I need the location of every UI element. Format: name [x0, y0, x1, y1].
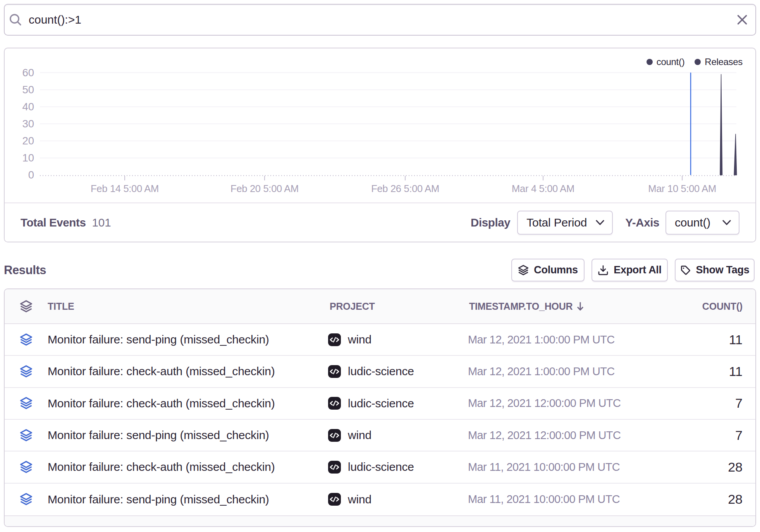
row-title[interactable]: Monitor failure: send-ping (missed_check… [48, 493, 328, 506]
code-icon [328, 397, 341, 410]
row-project: ludic-science [328, 460, 468, 474]
export-all-button[interactable]: Export All [591, 259, 668, 281]
stack-icon [20, 333, 33, 346]
table-header-row: TITLE PROJECT TIMESTAMP.TO_HOUR COUNT() [5, 289, 755, 324]
row-title[interactable]: Monitor failure: check-auth (missed_chec… [48, 460, 328, 474]
search-input[interactable] [29, 8, 736, 31]
stack-icon [20, 493, 33, 506]
table-row[interactable]: Monitor failure: send-ping (missed_check… [5, 324, 755, 356]
row-count: 11 [659, 364, 755, 379]
yaxis-dropdown[interactable]: count() [665, 211, 739, 235]
x-axis-tick-label: Feb 14 5:00 AM [91, 183, 159, 194]
total-events-label: Total Events [21, 216, 86, 229]
columns-button-label: Columns [534, 264, 578, 276]
project-name[interactable]: wind [348, 429, 371, 442]
x-axis-tick-label: Mar 10 5:00 AM [648, 183, 716, 194]
results-bar: Results Columns Export All Show Tags [4, 259, 756, 281]
column-header-project[interactable]: PROJECT [328, 301, 468, 312]
count-series-spike[interactable] [734, 134, 737, 175]
project-platform-icon [328, 493, 341, 506]
project-name[interactable]: ludic-science [348, 365, 414, 378]
chart-footer: Total Events 101 Display Total Period Y-… [5, 203, 755, 242]
project-name[interactable]: wind [348, 333, 371, 346]
row-count: 11 [659, 332, 755, 347]
search-bar [4, 4, 756, 36]
project-name[interactable]: ludic-science [348, 460, 414, 474]
row-timestamp: Mar 12, 2021 12:00:00 PM UTC [468, 429, 659, 442]
code-icon [328, 333, 341, 346]
results-table: TITLE PROJECT TIMESTAMP.TO_HOUR COUNT() … [4, 288, 756, 527]
row-project: ludic-science [328, 365, 468, 378]
display-dropdown[interactable]: Total Period [517, 211, 613, 235]
row-project: wind [328, 493, 468, 506]
legend-item-count[interactable]: count() [647, 57, 685, 67]
stack-icon[interactable] [20, 300, 33, 313]
chevron-down-icon [596, 220, 604, 225]
column-header-count[interactable]: COUNT() [659, 301, 755, 312]
y-axis-tick-label: 20 [22, 135, 34, 147]
table-row[interactable]: Monitor failure: send-ping (missed_check… [5, 484, 755, 515]
code-icon [328, 365, 341, 378]
display-label: Display [471, 216, 510, 229]
show-tags-button-label: Show Tags [696, 264, 750, 276]
stack-icon [20, 397, 33, 410]
table-footer [5, 515, 755, 526]
chart-svg: 0102030405060Feb 14 5:00 AMFeb 20 5:00 A… [5, 48, 755, 203]
row-count: 7 [659, 428, 755, 443]
column-header-timestamp[interactable]: TIMESTAMP.TO_HOUR [468, 301, 659, 312]
chart-card: 0102030405060Feb 14 5:00 AMFeb 20 5:00 A… [4, 48, 756, 242]
sort-desc-arrow-icon [576, 301, 584, 311]
project-platform-icon [328, 397, 341, 410]
project-name[interactable]: wind [348, 493, 371, 506]
row-timestamp: Mar 11, 2021 10:00:00 PM UTC [468, 461, 659, 474]
row-title[interactable]: Monitor failure: send-ping (missed_check… [48, 333, 328, 346]
project-name[interactable]: ludic-science [348, 397, 414, 410]
row-project: wind [328, 429, 468, 442]
legend-label-count: count() [657, 57, 685, 67]
x-axis-tick-label: Feb 20 5:00 AM [230, 183, 299, 194]
legend-dot-count-icon [647, 59, 653, 65]
chart-controls: Display Total Period Y-Axis count() [471, 211, 739, 235]
legend-dot-releases-icon [695, 59, 701, 65]
y-axis-tick-label: 0 [28, 169, 34, 181]
code-icon [328, 493, 341, 506]
row-project: ludic-science [328, 397, 468, 410]
row-title[interactable]: Monitor failure: send-ping (missed_check… [48, 429, 328, 442]
table-row[interactable]: Monitor failure: check-auth (missed_chec… [5, 356, 755, 388]
results-heading: Results [4, 263, 46, 277]
code-icon [328, 461, 341, 474]
project-platform-icon [328, 365, 341, 378]
code-icon [328, 429, 341, 442]
column-header-title[interactable]: TITLE [48, 301, 328, 312]
stack-icon [20, 429, 33, 442]
table-row[interactable]: Monitor failure: send-ping (missed_check… [5, 420, 755, 451]
legend-label-releases: Releases [705, 57, 743, 67]
yaxis-label: Y-Axis [625, 216, 659, 229]
row-timestamp: Mar 11, 2021 10:00:00 PM UTC [468, 493, 659, 506]
row-count: 28 [659, 460, 755, 475]
show-tags-button[interactable]: Show Tags [675, 259, 755, 281]
yaxis-dropdown-value: count() [675, 216, 710, 229]
row-count: 7 [659, 396, 755, 411]
chart-legend: count() Releases [647, 57, 743, 67]
export-all-button-label: Export All [614, 264, 662, 276]
results-actions: Columns Export All Show Tags [511, 259, 756, 281]
stack-icon [20, 461, 33, 474]
total-events-value: 101 [92, 216, 111, 229]
row-title[interactable]: Monitor failure: check-auth (missed_chec… [48, 365, 328, 378]
table-row[interactable]: Monitor failure: check-auth (missed_chec… [5, 451, 755, 483]
stack-icon [518, 265, 529, 276]
table-row[interactable]: Monitor failure: check-auth (missed_chec… [5, 388, 755, 420]
tag-icon [680, 265, 691, 276]
row-title[interactable]: Monitor failure: check-auth (missed_chec… [48, 397, 328, 410]
y-axis-tick-label: 40 [22, 101, 34, 113]
table-body: Monitor failure: send-ping (missed_check… [5, 324, 755, 515]
y-axis-tick-label: 10 [22, 152, 34, 164]
search-icon [9, 13, 22, 27]
close-icon[interactable] [736, 14, 748, 26]
project-platform-icon [328, 333, 341, 346]
x-axis-tick-label: Feb 26 5:00 AM [371, 183, 439, 194]
columns-button[interactable]: Columns [511, 259, 585, 281]
project-platform-icon [328, 429, 341, 442]
legend-item-releases[interactable]: Releases [695, 57, 743, 67]
